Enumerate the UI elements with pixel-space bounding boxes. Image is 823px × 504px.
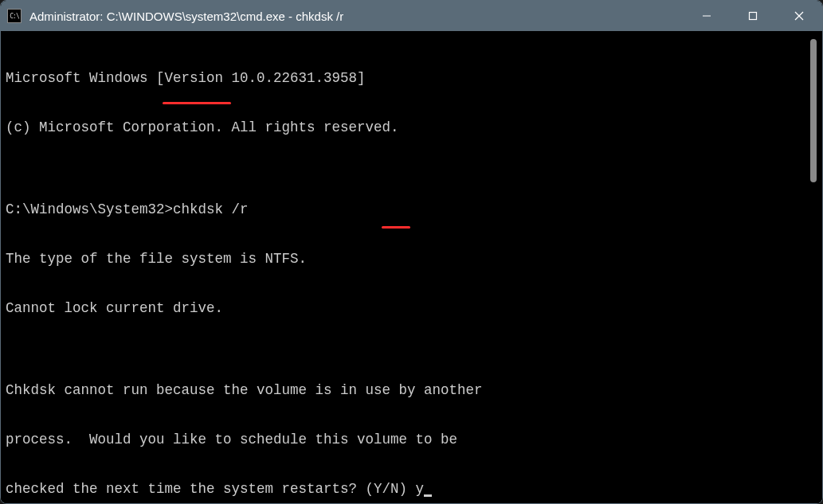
prompt: C:\Windows\System32> [6, 201, 173, 217]
prompt-line: C:\Windows\System32>chkdsk /r [6, 201, 806, 218]
output-line: (c) Microsoft Corporation. All rights re… [6, 119, 806, 136]
cmd-window: C:\ Administrator: C:\WINDOWS\system32\c… [0, 0, 823, 504]
titlebar[interactable]: C:\ Administrator: C:\WINDOWS\system32\c… [1, 1, 822, 31]
cursor [424, 494, 432, 497]
output-line: Cannot lock current drive. [6, 300, 806, 317]
maximize-button[interactable] [730, 1, 776, 31]
minimize-icon [702, 11, 711, 21]
output-line: process. Would you like to schedule this… [6, 432, 806, 448]
output-line: Microsoft Windows [Version 10.0.22631.39… [6, 70, 806, 87]
annotation-underline [163, 102, 231, 104]
maximize-icon [748, 11, 758, 21]
output-line: Chkdsk cannot run because the volume is … [6, 382, 806, 399]
annotation-underline [382, 226, 410, 229]
window-controls [684, 1, 822, 31]
output-line: The type of the file system is NTFS. [6, 251, 806, 268]
minimize-button[interactable] [684, 1, 730, 31]
close-button[interactable] [776, 1, 822, 31]
close-icon [794, 11, 804, 21]
svg-rect-1 [750, 13, 757, 20]
scrollbar[interactable] [806, 37, 821, 504]
output-line: checked the next time the system restart… [6, 481, 806, 498]
terminal-body[interactable]: Microsoft Windows [Version 10.0.22631.39… [1, 31, 822, 504]
window-title: Administrator: C:\WINDOWS\system32\cmd.e… [29, 10, 684, 23]
scrollbar-thumb[interactable] [810, 39, 817, 182]
command-text: chkdsk /r [173, 201, 249, 217]
terminal-content: Microsoft Windows [Version 10.0.22631.39… [6, 37, 806, 504]
prompt-question: checked the next time the system restart… [6, 481, 416, 497]
user-response: y [416, 481, 425, 497]
cmd-icon: C:\ [7, 9, 22, 23]
